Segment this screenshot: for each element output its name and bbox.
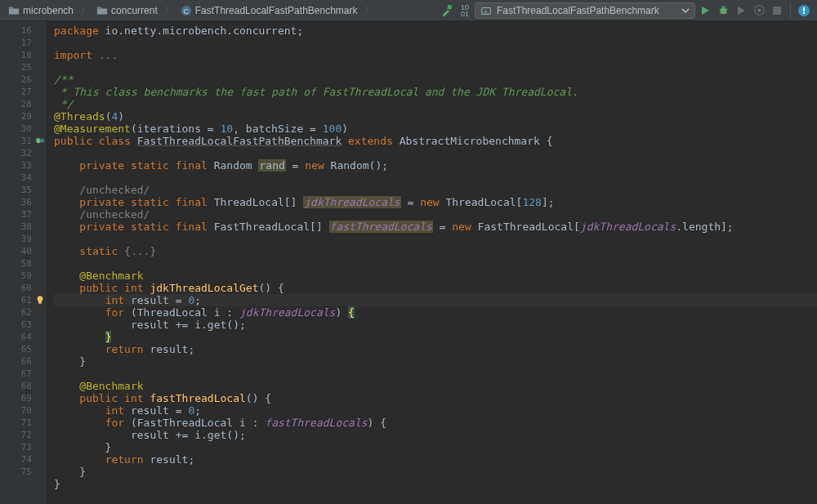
- code-line[interactable]: }: [54, 331, 817, 343]
- toolbar-divider: [790, 3, 791, 18]
- debug-button[interactable]: [715, 2, 731, 19]
- code-line[interactable]: private static final Random rand = new R…: [54, 159, 817, 172]
- code-line[interactable]: for (FastThreadLocal i : fastThreadLocal…: [54, 417, 817, 429]
- code-line[interactable]: [54, 233, 817, 245]
- override-icon[interactable]: I: [35, 136, 45, 145]
- code-line[interactable]: private static final FastThreadLocal[] f…: [54, 221, 817, 233]
- build-button[interactable]: [439, 2, 455, 19]
- line-number: 67: [0, 368, 47, 380]
- code-line[interactable]: [54, 172, 817, 184]
- code-line[interactable]: int result = 0;: [54, 294, 817, 306]
- line-number: 64: [0, 331, 47, 343]
- line-number: 33: [0, 159, 47, 172]
- svg-point-18: [40, 138, 44, 142]
- breadcrumb-sep: 〉: [78, 3, 92, 17]
- line-number: 69: [0, 392, 47, 404]
- code-editor[interactable]: 16171825262728293031I3233343536373839405…: [0, 21, 817, 504]
- code-line[interactable]: @Threads(4): [54, 110, 817, 123]
- run-button[interactable]: [697, 2, 713, 19]
- code-line[interactable]: package io.netty.microbench.concurrent;: [54, 25, 817, 37]
- breadcrumb-package[interactable]: concurrent: [93, 5, 161, 16]
- run-config-icon: [480, 5, 492, 16]
- hammer-icon: [440, 4, 453, 17]
- coverage-button[interactable]: [733, 2, 749, 19]
- code-line[interactable]: * This class benchmarks the fast path of…: [54, 86, 817, 98]
- line-number: 37: [0, 208, 47, 221]
- code-line[interactable]: [54, 147, 817, 159]
- code-line[interactable]: import ...: [54, 49, 817, 61]
- line-number: 73: [0, 441, 47, 453]
- code-line[interactable]: public class FastThreadLocalFastPathBenc…: [54, 135, 817, 147]
- svg-point-8: [720, 8, 726, 15]
- line-number: 34: [0, 172, 47, 184]
- code-line[interactable]: public int jdkThreadLocalGet() {: [54, 282, 817, 294]
- svg-rect-1: [97, 7, 101, 9]
- code-line[interactable]: }: [54, 355, 817, 368]
- run-config-selector[interactable]: FastThreadLocalFastPathBenchmark: [475, 2, 695, 19]
- updates-icon: [797, 4, 810, 17]
- updates-indicator[interactable]: [796, 2, 812, 19]
- line-number: 40: [0, 245, 47, 257]
- code-line[interactable]: static {...}: [54, 245, 817, 257]
- navigation-toolbar: microbench 〉 concurrent 〉 C FastThreadLo…: [0, 0, 817, 21]
- code-line[interactable]: @Measurement(iterations = 10, batchSize …: [54, 123, 817, 135]
- line-number: 70: [0, 404, 47, 417]
- line-number: 29: [0, 110, 47, 123]
- code-line[interactable]: return result;: [54, 343, 817, 355]
- line-number: 66: [0, 355, 47, 368]
- code-line[interactable]: result += i.get();: [54, 429, 817, 441]
- code-line[interactable]: /**: [54, 74, 817, 86]
- breadcrumb-class-label: FastThreadLocalFastPathBenchmark: [195, 5, 358, 16]
- svg-point-11: [757, 9, 761, 12]
- code-line[interactable]: /unchecked/: [54, 208, 817, 221]
- code-line[interactable]: for (ThreadLocal i : jdkThreadLocals) {: [54, 306, 817, 319]
- line-number: 31I: [0, 135, 47, 147]
- line-number: 30: [0, 123, 47, 135]
- code-line[interactable]: @Benchmark: [54, 380, 817, 392]
- code-line[interactable]: */: [54, 98, 817, 110]
- intention-bulb-icon[interactable]: [35, 295, 45, 305]
- breadcrumb-module[interactable]: microbench: [5, 5, 77, 16]
- breadcrumb-class[interactable]: C FastThreadLocalFastPathBenchmark: [177, 5, 361, 16]
- line-number: 60: [0, 282, 47, 294]
- class-icon: C: [181, 5, 192, 16]
- line-number: 28: [0, 98, 47, 110]
- profiler-icon: [753, 4, 766, 16]
- code-line[interactable]: /unchecked/: [54, 184, 817, 196]
- code-line[interactable]: @Benchmark: [54, 270, 817, 282]
- line-number: 72: [0, 429, 47, 441]
- stop-icon: [772, 6, 782, 16]
- breadcrumb-sep: 〉: [363, 3, 376, 17]
- line-number-gutter: 16171825262728293031I3233343536373839405…: [0, 21, 47, 504]
- line-number: 61: [0, 294, 47, 306]
- svg-marker-9: [738, 7, 745, 15]
- code-area[interactable]: package io.netty.microbench.concurrent; …: [47, 21, 817, 504]
- line-number: 32: [0, 147, 47, 159]
- code-line[interactable]: }: [54, 478, 817, 490]
- code-line[interactable]: [54, 61, 817, 74]
- svg-rect-12: [773, 7, 781, 15]
- line-number: 68: [0, 380, 47, 392]
- code-line[interactable]: private static final ThreadLocal[] jdkTh…: [54, 196, 817, 208]
- line-number: 63: [0, 319, 47, 331]
- line-number: 18: [0, 49, 47, 61]
- line-number: 16: [0, 25, 47, 37]
- code-line[interactable]: [54, 368, 817, 380]
- profile-button[interactable]: [751, 2, 767, 19]
- line-number: 35: [0, 184, 47, 196]
- code-line[interactable]: }: [54, 441, 817, 453]
- code-line[interactable]: [54, 257, 817, 270]
- stop-button[interactable]: [769, 2, 785, 19]
- binary-icon-button[interactable]: 1001: [457, 2, 473, 19]
- breadcrumb-package-label: concurrent: [111, 5, 158, 16]
- code-line[interactable]: }: [54, 466, 817, 478]
- code-line[interactable]: public int fastThreadLocal() {: [54, 392, 817, 404]
- line-number: 71: [0, 417, 47, 429]
- code-line[interactable]: [54, 37, 817, 49]
- code-line[interactable]: int result = 0;: [54, 404, 817, 417]
- chevron-down-icon: [681, 7, 690, 15]
- svg-rect-19: [39, 303, 42, 304]
- svg-rect-0: [9, 7, 13, 9]
- code-line[interactable]: return result;: [54, 453, 817, 466]
- code-line[interactable]: result += i.get();: [54, 319, 817, 331]
